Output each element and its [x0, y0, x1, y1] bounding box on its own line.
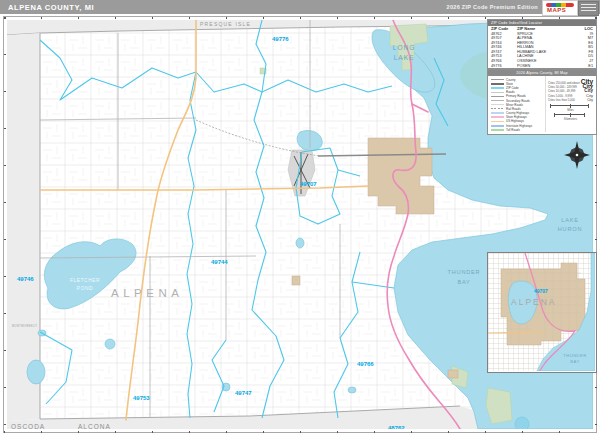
- legend-line-items: County State ZIP Code Roads Primary Road…: [488, 76, 545, 132]
- zip-label-49746: 49746: [17, 276, 34, 282]
- brand-logo: MAPS: [542, 0, 578, 16]
- neighbor-label-presque-isle: PRESQUE ISLE: [200, 21, 251, 27]
- lake-huron-label: LAKE: [561, 217, 579, 223]
- svg-text:BAY: BAY: [570, 359, 579, 364]
- inset-bay-label: THUNDER: [563, 353, 586, 358]
- zip-label-49766: 49766: [357, 361, 374, 367]
- map-page: ALPENA COUNTY, MI 2026 ZIP Code Premium …: [0, 0, 600, 436]
- neighbor-label-alcona: ALCONA: [78, 423, 111, 429]
- table-row: 49776POSENE1: [488, 64, 596, 69]
- county-name-label: ALPENA: [111, 287, 183, 299]
- zip-index-table: ZIP Code Index/Grid Locator ZIP Code ZIP…: [487, 19, 597, 69]
- header-bar: ALPENA COUNTY, MI 2026 ZIP Code Premium …: [0, 0, 600, 14]
- publisher-info-box: [578, 1, 599, 16]
- scale-bar-kilometers: Kilometers: [548, 114, 593, 121]
- alpena-city-inset[interactable]: 49707 ALPENA THUNDER BAY: [487, 252, 597, 373]
- svg-text:BAY: BAY: [457, 279, 470, 285]
- legend-city-items: Cities 250,000 and aboveCity Cities 50,0…: [545, 76, 596, 132]
- edition-label: 2026 ZIP Code Premium Edition: [447, 4, 538, 10]
- logo-word: MAPS: [547, 7, 566, 13]
- zip-label-49707: 49707: [300, 181, 317, 187]
- inset-city-label: ALPENA: [511, 297, 557, 307]
- thunder-bay-label: THUNDER: [448, 269, 481, 275]
- inset-zip-label: 49707: [534, 288, 548, 294]
- svg-text:POND: POND: [77, 286, 93, 291]
- alpena-city-area: [368, 138, 434, 214]
- zip-label-49776: 49776: [272, 36, 289, 42]
- svg-text:LAKE: LAKE: [394, 54, 415, 61]
- grid-ticks-bottom: [4, 431, 596, 433]
- neighbor-label-montmorency: MONTMORENCY: [12, 324, 37, 328]
- zip-label-48762: 48762: [388, 425, 405, 429]
- neighbor-label-oscoda: OSCODA: [11, 423, 45, 429]
- fletcher-pond-label: FLETCHER: [70, 278, 100, 283]
- page-title: ALPENA COUNTY, MI: [8, 3, 94, 12]
- zip-label-49747: 49747: [235, 390, 252, 396]
- svg-text:HURON: HURON: [558, 226, 583, 232]
- zip-label-49753: 49753: [133, 395, 150, 401]
- map-legend: 2026 Alpena County, MI Map County State …: [487, 69, 597, 135]
- scale-bar-miles: Miles: [548, 105, 593, 112]
- long-lake-label: LONG: [393, 44, 415, 51]
- grid-ticks-left: [4, 17, 6, 432]
- zip-label-49744: 49744: [211, 259, 228, 265]
